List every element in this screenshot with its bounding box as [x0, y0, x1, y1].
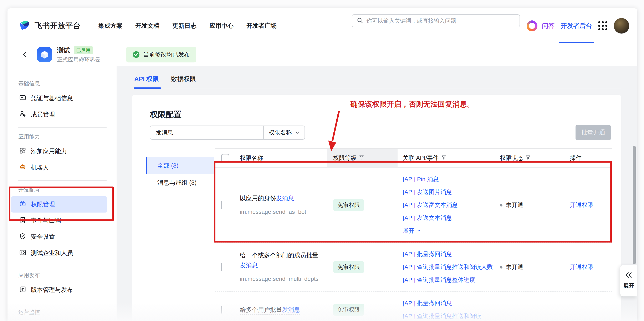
nav-item-3[interactable]: 应用中心 [210, 22, 234, 30]
filter-funnel-icon[interactable] [359, 155, 364, 161]
sidebar-divider [18, 303, 106, 303]
sidebar-item-凭证与基础信息[interactable]: 凭证与基础信息 [18, 90, 108, 106]
permission-search-input[interactable] [150, 126, 263, 140]
tab-API 权限[interactable]: API 权限 [134, 75, 159, 83]
sidebar-section-label: 应用能力 [18, 133, 116, 140]
api-link[interactable]: [API] 发送富文本消息 [403, 198, 495, 212]
row-checkbox[interactable] [221, 306, 222, 314]
expand-apis-link[interactable]: 展开 [403, 224, 495, 237]
table-body: 以应用的身份发消息im:message:send_as_bot免审权限[API]… [215, 168, 612, 321]
credential-icon [19, 94, 26, 103]
api-link[interactable]: [API] 批量撤回消息 [403, 248, 495, 261]
column-header-操作: 操作 [569, 154, 612, 162]
level-badge: 免审权限 [333, 304, 364, 316]
api-link[interactable]: [API] 发送图片消息 [403, 186, 495, 198]
nav-item-4[interactable]: 开发者广场 [246, 22, 276, 30]
permission-table: 权限名称权限等级关联 API/事件权限状态操作 以应用的身份发消息im:mess… [215, 148, 612, 321]
level-badge: 免审权限 [333, 261, 364, 273]
global-search-input[interactable] [366, 18, 515, 24]
sidebar-item-添加应用能力[interactable]: 添加应用能力 [18, 143, 108, 160]
filter-funnel-icon[interactable] [441, 155, 446, 161]
sidebar-item-label: 安全设置 [31, 233, 55, 241]
nav-item-0[interactable]: 集成方案 [98, 22, 122, 30]
row-checkbox[interactable] [221, 263, 222, 271]
permission-name[interactable]: 给一个或多个部门的成员批量发消息 [240, 252, 318, 268]
permission-status-cell: 未开通 [497, 201, 569, 209]
filter-funnel-icon[interactable] [526, 155, 530, 161]
permission-name-text: 给多个用户批量 [240, 306, 282, 313]
developer-console-link[interactable]: 开发者后台 [561, 22, 592, 30]
test-icon [19, 249, 26, 258]
security-icon [19, 233, 26, 241]
api-link[interactable]: [API] Pin 消息 [403, 173, 495, 186]
category-消息与群组 (3)[interactable]: 消息与群组 (3) [146, 174, 214, 191]
sidebar-item-成员管理[interactable]: 成员管理 [18, 106, 108, 122]
table-row: 给多个用户批量发消息免审权限[API] 批量撤回消息[API] 查询批量消息推送… [215, 292, 612, 321]
status-dot-icon [500, 266, 502, 268]
permission-card: 权限配置 权限名称 批量开通 确保该权限开启，否则无法回复消息。 全部 (3)消… [132, 95, 621, 321]
sidebar-item-机器人[interactable]: 机器人 [18, 160, 108, 176]
sidebar-section-label: 运营监控 [18, 308, 116, 316]
permission-name-text: 以应用的身份 [240, 195, 276, 202]
permission-code: im:message:send_as_bot [240, 207, 322, 217]
sidebar-section-label: 基础信息 [18, 80, 116, 87]
scrollbar-thumb[interactable] [633, 146, 636, 264]
robot-icon [19, 164, 26, 172]
api-link[interactable]: [API] 查询批量消息推送和阅读人数 [403, 261, 495, 274]
related-apis-cell: [API] 批量撤回消息[API] 查询批量消息推送和阅读人数[API] 查询批… [401, 243, 497, 292]
brand[interactable]: 飞书开放平台 [19, 20, 81, 32]
sidebar-item-label: 测试企业和人员 [31, 249, 73, 257]
sidebar-item-测试企业和人员[interactable]: 测试企业和人员 [18, 245, 108, 261]
members-icon [19, 110, 26, 119]
back-button[interactable] [21, 51, 28, 58]
column-header-label: 权限名称 [240, 154, 263, 162]
version-icon [19, 286, 26, 294]
global-search[interactable] [352, 14, 520, 27]
search-filter-select[interactable]: 权限名称 [263, 126, 305, 140]
column-header-权限状态: 权限状态 [497, 154, 569, 162]
api-link[interactable]: [API] 发送文本消息 [403, 212, 495, 224]
select-all-checkbox[interactable] [221, 154, 230, 162]
sidebar-item-权限管理[interactable]: 权限管理 [11, 196, 108, 212]
nav-item-1[interactable]: 开发文档 [135, 22, 160, 30]
brand-name: 飞书开放平台 [34, 21, 81, 31]
batch-open-button[interactable]: 批量开通 [576, 125, 611, 140]
category-list: 全部 (3)消息与群组 (3) [146, 157, 214, 191]
chevron-down-icon [416, 224, 421, 237]
event-icon [19, 216, 26, 225]
sidebar-item-事件与回调[interactable]: 事件与回调 [18, 212, 108, 229]
category-全部 (3)[interactable]: 全部 (3) [146, 157, 214, 174]
sidebar-divider [18, 180, 106, 181]
related-apis-cell: [API] Pin 消息[API] 发送图片消息[API] 发送富文本消息[AP… [401, 168, 497, 242]
row-checkbox[interactable] [221, 201, 222, 209]
app-status-badge: 已启用 [74, 46, 93, 54]
open-permission-link[interactable]: 开通权限 [569, 263, 612, 271]
qa-link[interactable]: 问答 [542, 22, 554, 30]
status-dot-icon [500, 204, 502, 206]
sidebar-item-label: 事件与回调 [31, 216, 61, 225]
open-permission-link[interactable]: 开通权限 [569, 201, 612, 209]
permission-name-cell: 给多个用户批量发消息 [236, 299, 328, 320]
apps-grid-icon[interactable] [598, 21, 607, 30]
sidebar-item-label: 版本管理与发布 [31, 286, 73, 294]
search-icon [357, 17, 363, 24]
permission-name[interactable]: 给多个用户批量发消息 [240, 306, 300, 313]
user-avatar[interactable] [614, 18, 630, 34]
check-circle-icon [132, 51, 140, 58]
api-link[interactable]: [API] 批量撤回消息 [403, 297, 495, 310]
api-link[interactable]: [API] 查询批量消息整体进度 [403, 274, 495, 286]
sidebar-item-版本管理与发布[interactable]: 版本管理与发布 [18, 282, 108, 298]
nav-item-2[interactable]: 更新日志 [172, 22, 196, 30]
permission-name[interactable]: 以应用的身份发消息 [240, 195, 294, 202]
expand-apis-label: 展开 [403, 224, 414, 237]
expand-panel-button[interactable]: 展开 [620, 265, 637, 296]
tab-数据权限[interactable]: 数据权限 [171, 75, 196, 83]
header-select-all[interactable] [215, 154, 236, 162]
permission-name-text: 给一个或多个部门的成员批量 [240, 252, 318, 258]
capability-icon [19, 147, 26, 156]
api-link[interactable]: [API] 查询批量消息推送和阅读 [403, 310, 495, 321]
sidebar-item-安全设置[interactable]: 安全设置 [18, 229, 108, 245]
level-badge: 免审权限 [333, 199, 364, 211]
primary-nav: 集成方案开发文档更新日志应用中心开发者广场 [98, 22, 276, 30]
column-header-label: 关联 API/事件 [403, 154, 439, 162]
